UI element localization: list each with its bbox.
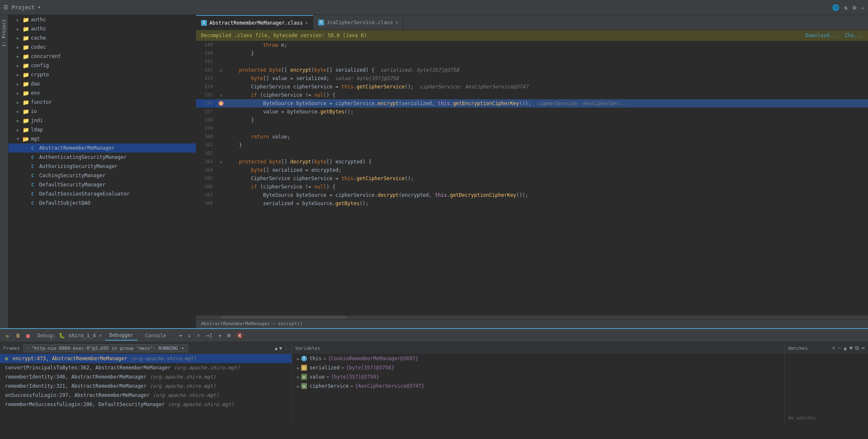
run-to-cursor-icon[interactable]: →| (204, 331, 214, 339)
var-expand-icon[interactable]: ▶ (297, 356, 299, 361)
resume-button[interactable]: ▶ (3, 331, 13, 340)
sidebar-item-concurrent[interactable]: ▶ 📁 concurrent (8, 52, 196, 61)
debug-session-close[interactable]: ✕ (99, 333, 102, 338)
evaluate-icon[interactable]: ✦ (217, 331, 224, 339)
sidebar-item-functor[interactable]: ▶ 📁 functor (8, 98, 196, 107)
watches-copy-button[interactable]: ⧉ (855, 345, 859, 351)
tab-console[interactable]: Console (141, 331, 171, 340)
tab-close-icon[interactable]: ✕ (395, 20, 398, 25)
frames-label: Frames (3, 346, 20, 351)
step-out-icon[interactable]: ↑ (195, 331, 202, 339)
tab-jca-cipher-service[interactable]: C JcaCipherService.class ✕ (313, 15, 403, 30)
sidebar-item-dao[interactable]: ▶ 📁 dao (8, 79, 196, 88)
project-tab[interactable]: 1: Project (1, 17, 7, 49)
sidebar-item-default-session-storage[interactable]: C DefaultSessionStorageEvaluator (8, 189, 196, 198)
change-link[interactable]: Cha... (845, 33, 863, 38)
tab-close-icon[interactable]: ✕ (305, 20, 308, 25)
sidebar-item-mgt[interactable]: ▼ 📂 mgt (8, 134, 196, 143)
sidebar-item-crypto[interactable]: ▶ 📁 crypto (8, 70, 196, 79)
tab-abstract-remember-me[interactable]: C AbstractRememberMeManager.class ✕ (196, 15, 313, 30)
tree-item-label: AbstractRememberMeManager (39, 145, 115, 151)
code-line-156: 156 ByteSource byteSource = cipherServic… (196, 99, 868, 108)
sidebar-item-abstract-remember-me[interactable]: C AbstractRememberMeManager (8, 143, 196, 153)
var-expand-icon[interactable]: ▶ (297, 366, 299, 370)
debug-controls: ▶ ⏸ ■ (3, 331, 33, 340)
sidebar-item-jndi[interactable]: ▶ 📁 jndi (8, 116, 196, 125)
code-line-164: 164 byte[] serialized = encrypted; (196, 166, 868, 174)
class-icon: C (29, 163, 36, 170)
mute-icon[interactable]: 🔇 (235, 331, 245, 339)
frame-up-icon[interactable]: ▲ (275, 346, 278, 351)
main-area: 1: Project ▶ 📁 authc ▶ 📁 authz ▶ 📁 cache… (0, 15, 868, 328)
tree-item-label: AuthenticatingSecurityManager (39, 154, 127, 160)
scroll-icon[interactable]: ⇅ (844, 4, 848, 11)
sidebar-item-default-security[interactable]: C DefaultSecurityManager (8, 180, 196, 189)
watches-add-button[interactable]: + (832, 345, 835, 351)
watches-down-button[interactable]: ▼ (849, 345, 853, 351)
minimize-icon[interactable]: — (861, 4, 865, 11)
code-text: protected byte[] decrypt(byte[] encrypte… (225, 158, 868, 166)
tab-debugger[interactable]: Debugger (105, 331, 138, 341)
sidebar-item-env[interactable]: ▶ 📁 env (8, 88, 196, 98)
frames-list: ■ encrypt:473, AbstractRememberMeManager… (0, 354, 292, 424)
sidebar-item-ldap[interactable]: ▶ 📁 ldap (8, 125, 196, 134)
expand-arrow: ▶ (17, 128, 23, 132)
folder-icon: 📁 (23, 99, 29, 105)
frame-item[interactable]: rememberIdentity:346, AbstractRememberMe… (0, 372, 292, 381)
layout-icon[interactable]: ⊞ (226, 331, 232, 339)
sidebar-item-default-subject-dao[interactable]: C DefaultSubjectDAO (8, 198, 196, 208)
chevron-down-icon[interactable]: ▾ (38, 5, 41, 10)
watches-up-button[interactable]: ▲ (844, 345, 847, 351)
sidebar-item-io[interactable]: ▶ 📁 io (8, 107, 196, 116)
code-editor[interactable]: 149 throw e; 150 } 151 152 ◇ protected (196, 41, 868, 316)
frame-filter-icon[interactable]: ⋮ (284, 346, 288, 351)
code-line-168: 168 serialized = byteSource.getBytes(); (196, 199, 868, 208)
sidebar-item-caching-security[interactable]: C CachingSecurityManager (8, 171, 196, 180)
gutter (217, 133, 225, 141)
class-icon: C (29, 200, 36, 206)
stop-button[interactable]: ■ (23, 331, 33, 340)
frame-down-icon[interactable]: ▼ (279, 346, 282, 351)
sidebar-item-authenticating-security[interactable]: C AuthenticatingSecurityManager (8, 153, 196, 162)
code-line-150: 150 } (196, 49, 868, 58)
step-into-icon[interactable]: ↓ (186, 331, 193, 339)
sidebar-item-authc[interactable]: ▶ 📁 authc (8, 15, 196, 24)
sidebar-item-cache[interactable]: ▶ 📁 cache (8, 33, 196, 43)
expand-arrow: ▶ (17, 63, 23, 68)
pause-button[interactable]: ⏸ (13, 331, 23, 340)
sidebar-toggle-icon[interactable]: ☰ (3, 4, 8, 10)
sidebar-item-codec[interactable]: ▶ 📁 codec (8, 43, 196, 52)
watches-remove-button[interactable]: − (838, 345, 841, 351)
line-number: 162 (196, 149, 217, 158)
frame-pkg: (org.apache.shiro.mgt) (150, 383, 216, 389)
var-expand-icon[interactable]: ▶ (297, 384, 299, 389)
check-icon: ✓ (27, 346, 30, 351)
tree-item-label: crypto (31, 72, 49, 78)
code-line-166: 166 if (cipherService != null) { (196, 183, 868, 191)
var-expand-icon[interactable]: ▶ (297, 375, 299, 379)
folder-icon: 📁 (23, 108, 29, 115)
frame-item[interactable]: rememberMeSuccessfulLogin:206, DefaultSe… (0, 400, 292, 409)
frame-item[interactable]: onSuccessfulLogin:297, AbstractRememberM… (0, 391, 292, 400)
step-over-icon[interactable]: ⇥ (177, 331, 184, 339)
frame-item[interactable]: rememberIdentity:321, AbstractRememberMe… (0, 381, 292, 391)
horizontal-scrollbar[interactable] (196, 316, 868, 319)
sidebar-item-authorizing-security[interactable]: C AuthorizingSecurityManager (8, 162, 196, 171)
watches-infinity-button[interactable]: ∞ (861, 345, 865, 351)
globe-icon[interactable]: 🌐 (832, 4, 839, 11)
download-link[interactable]: Download... (805, 33, 838, 38)
expand-arrow: ▶ (17, 45, 23, 50)
sidebar-item-config[interactable]: ▶ 📁 config (8, 61, 196, 70)
editor-area: C AbstractRememberMeManager.class ✕ C Jc… (196, 15, 868, 328)
settings-icon[interactable]: ⚙ (853, 4, 856, 11)
frame-method: convertPrincipalsToBytes:362, AbstractRe… (5, 365, 174, 371)
thread-selector[interactable]: ✓ "http-nio-8080-exec-8"@3,695 in group … (23, 344, 188, 352)
sidebar-item-authz[interactable]: ▶ 📁 authz (8, 24, 196, 33)
watches-header: Watches + − ▲ ▼ ⧉ ∞ (785, 342, 868, 354)
frame-item[interactable]: ■ encrypt:473, AbstractRememberMeManager… (0, 354, 292, 363)
frame-item[interactable]: convertPrincipalsToBytes:362, AbstractRe… (0, 363, 292, 372)
gutter (217, 199, 225, 208)
code-text: byte[] serialized = encrypted; (225, 166, 868, 174)
tree-item-label: DefaultSubjectDAO (39, 200, 91, 206)
var-value: {byte[357]@3758} (331, 374, 379, 380)
